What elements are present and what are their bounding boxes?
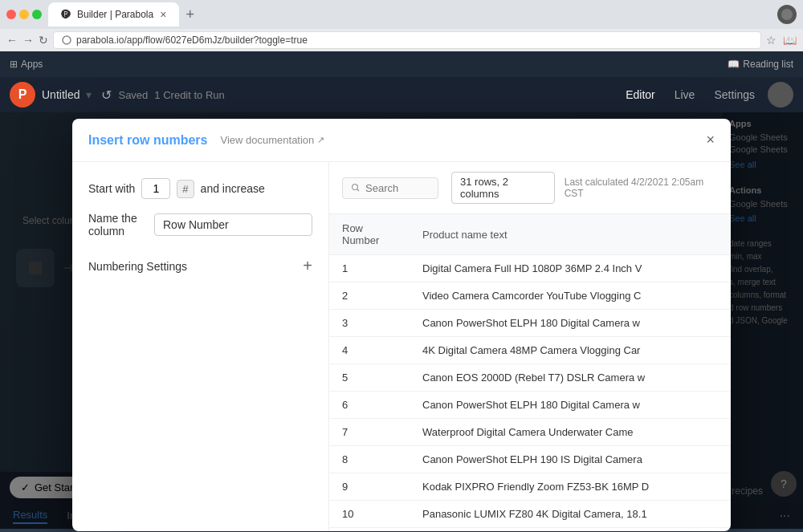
title-chevron-icon: ▾: [86, 88, 92, 101]
url-text: parabola.io/app/flow/6027eD6mJz/builder?…: [76, 35, 308, 46]
cell-row-number: 6: [329, 392, 410, 419]
browser-tab[interactable]: 🅟 Builder | Parabola ×: [48, 2, 179, 26]
col-header-row-number: Row Number: [329, 214, 410, 255]
nav-settings[interactable]: Settings: [714, 88, 755, 101]
flow-title[interactable]: Untitled: [42, 88, 79, 101]
svg-line-6: [357, 189, 360, 192]
reading-list-button[interactable]: 📖: [783, 34, 797, 47]
modal-left-panel: Start with # and increase Name the colum…: [72, 162, 329, 531]
cell-row-number: 4: [329, 337, 410, 364]
nav-live[interactable]: Live: [675, 88, 695, 101]
user-avatar[interactable]: [768, 82, 793, 108]
cell-product-name: Canon EOS 2000D (Rebel T7) DSLR Camera w: [410, 364, 731, 392]
table-row: 5 Canon EOS 2000D (Rebel T7) DSLR Camera…: [329, 364, 731, 392]
table-header-row: Row Number Product name text: [329, 214, 731, 255]
reading-list-icon: 📖: [728, 59, 740, 70]
insert-row-numbers-modal: Insert row numbers View documentation ↗ …: [72, 119, 731, 531]
modal-title: Insert row numbers: [88, 133, 207, 148]
table-row: 9 Kodak PIXPRO Friendly Zoom FZ53-BK 16M…: [329, 473, 731, 501]
back-button[interactable]: ←: [6, 34, 18, 47]
start-with-row: Start with # and increase: [88, 178, 312, 199]
table-row: 10 Panasonic LUMIX FZ80 4K Digital Camer…: [329, 501, 731, 528]
browser-chrome: 🅟 Builder | Parabola × +: [0, 0, 803, 29]
search-input[interactable]: [365, 182, 430, 194]
browser-controls: [6, 10, 42, 19]
cell-row-number: 3: [329, 310, 410, 337]
cell-product-name: Waterproof Digital Camera Underwater Cam…: [410, 419, 731, 446]
star-button[interactable]: ☆: [766, 34, 777, 47]
profile-icon: [781, 9, 793, 20]
saved-status: Saved: [118, 89, 148, 101]
table-row: 7 Waterproof Digital Camera Underwater C…: [329, 419, 731, 446]
modal-close-button[interactable]: ×: [706, 132, 715, 148]
cell-product-name: Digital Camera Full HD 1080P 36MP 2.4 In…: [410, 255, 731, 282]
forward-button[interactable]: →: [22, 34, 34, 47]
cell-product-name: Canon PowerShot ELPH 180 Digital Camera …: [410, 310, 731, 337]
search-box[interactable]: [342, 177, 438, 199]
parabola-logo: P: [10, 82, 35, 108]
main-area: Select column... Apps Google Sheets Goog…: [0, 112, 803, 529]
cell-row-number: 1: [329, 255, 410, 282]
modal-body: Start with # and increase Name the colum…: [72, 162, 731, 531]
browser-nav-icons: [771, 5, 797, 24]
col-header-product-name: Product name text: [410, 214, 731, 255]
start-with-input[interactable]: [141, 178, 170, 199]
tab-close-icon[interactable]: ×: [160, 8, 166, 21]
browser-actions: ☆ 📖: [766, 34, 797, 47]
refresh-flow-button[interactable]: ↺: [101, 87, 112, 103]
cell-row-number: 10: [329, 501, 410, 528]
numbering-settings-label: Numbering Settings: [88, 260, 187, 273]
cell-row-number: 11: [329, 528, 410, 532]
new-tab-button[interactable]: +: [179, 6, 201, 23]
rows-badge: 31 rows, 2 columns: [451, 172, 555, 204]
cell-product-name: Video Camera Camcorder YouTube Vlogging …: [410, 282, 731, 310]
name-col-label: Name the column: [88, 212, 148, 238]
table-row: 8 Canon PowerShot ELPH 190 IS Digital Ca…: [329, 446, 731, 473]
table-row: 6 Canon PowerShot ELPH 180 Digital Camer…: [329, 392, 731, 419]
cell-product-name: Kodak PIXPRO Friendly Zoom FZ53-BK 16MP …: [410, 473, 731, 501]
cell-row-number: 8: [329, 446, 410, 473]
nav-editor[interactable]: Editor: [626, 88, 655, 101]
browser-nav-bar: ← → ↻ parabola.io/app/flow/6027eD6mJz/bu…: [0, 29, 803, 51]
numbering-settings: Numbering Settings +: [88, 257, 312, 275]
data-table-container[interactable]: Row Number Product name text 1 Digital C…: [329, 214, 731, 531]
start-with-label: Start with: [88, 182, 135, 195]
reading-list[interactable]: 📖 Reading list: [728, 59, 793, 70]
close-window-button[interactable]: [6, 10, 16, 19]
table-row: 11 WOWGO Kids Digital Camera - 12MP Chil…: [329, 528, 731, 532]
maximize-window-button[interactable]: [32, 10, 42, 19]
table-row: 3 Canon PowerShot ELPH 180 Digital Camer…: [329, 310, 731, 337]
search-icon: [351, 183, 361, 193]
cell-row-number: 2: [329, 282, 410, 310]
modal-header: Insert row numbers View documentation ↗ …: [72, 119, 731, 162]
table-header: 31 rows, 2 columns Last calculated 4/2/2…: [329, 162, 731, 214]
grid-icon: ⊞: [10, 59, 18, 70]
data-table: Row Number Product name text 1 Digital C…: [329, 214, 731, 531]
view-documentation-link[interactable]: View documentation ↗: [220, 134, 324, 146]
apps-button[interactable]: ⊞ Apps: [10, 59, 43, 70]
and-increase-label: and increase: [201, 182, 265, 195]
cell-product-name: Canon PowerShot ELPH 180 Digital Camera …: [410, 392, 731, 419]
refresh-button[interactable]: ↻: [39, 34, 48, 47]
column-name-input[interactable]: [154, 213, 312, 236]
cell-product-name: WOWGO Kids Digital Camera - 12MP Childre…: [410, 528, 731, 532]
name-column-row: Name the column: [88, 212, 312, 238]
add-numbering-setting-button[interactable]: +: [303, 257, 312, 275]
modal-right-panel: 31 rows, 2 columns Last calculated 4/2/2…: [329, 162, 731, 531]
minimize-window-button[interactable]: [19, 10, 29, 19]
tab-bar: 🅟 Builder | Parabola × +: [48, 2, 758, 26]
table-row: 4 4K Digital Camera 48MP Camera Vlogging…: [329, 337, 731, 364]
external-link-icon: ↗: [317, 135, 324, 145]
hash-badge: #: [177, 180, 194, 198]
table-row: 2 Video Camera Camcorder YouTube Vloggin…: [329, 282, 731, 310]
address-bar[interactable]: parabola.io/app/flow/6027eD6mJz/builder?…: [53, 31, 761, 49]
toolbar-title-area: Untitled ▾: [42, 88, 95, 101]
table-row: 1 Digital Camera Full HD 1080P 36MP 2.4 …: [329, 255, 731, 282]
cell-product-name: Canon PowerShot ELPH 190 IS Digital Came…: [410, 446, 731, 473]
svg-point-5: [353, 185, 358, 190]
bookmarks-bar: ⊞ Apps 📖 Reading list: [0, 51, 803, 77]
cell-product-name: 4K Digital Camera 48MP Camera Vlogging C…: [410, 337, 731, 364]
parabola-toolbar: P Untitled ▾ ↺ Saved 1 Credit to Run Edi…: [0, 77, 803, 112]
cell-row-number: 7: [329, 419, 410, 446]
last-calculated: Last calculated 4/2/2021 2:05am CST: [565, 177, 718, 199]
